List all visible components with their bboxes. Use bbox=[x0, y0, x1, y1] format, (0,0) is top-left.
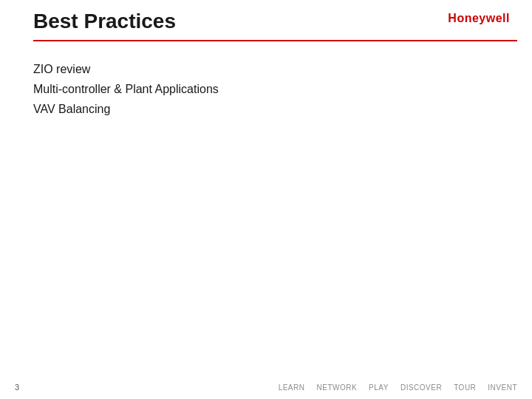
slide-title: Best Practices bbox=[33, 9, 176, 34]
bullet-item-3: VAV Balancing bbox=[33, 99, 517, 119]
nav-discover[interactable]: DISCOVER bbox=[400, 383, 442, 392]
nav-play[interactable]: PLAY bbox=[369, 383, 389, 392]
slide-container: Best Practices Honeywell ZIO review Mult… bbox=[0, 0, 532, 399]
nav-tour[interactable]: TOUR bbox=[454, 383, 476, 392]
nav-invent[interactable]: INVENT bbox=[488, 383, 517, 392]
nav-learn[interactable]: LEARN bbox=[279, 383, 305, 392]
brand-logo: Honeywell bbox=[448, 9, 517, 25]
header-area: Best Practices Honeywell bbox=[0, 0, 532, 34]
bullet-item-2: Multi-controller & Plant Applications bbox=[33, 79, 517, 99]
content-area: ZIO review Multi-controller & Plant Appl… bbox=[0, 41, 532, 120]
nav-links: LEARN NETWORK PLAY DISCOVER TOUR INVENT bbox=[279, 383, 517, 392]
slide-number: 3 bbox=[15, 383, 19, 392]
nav-network[interactable]: NETWORK bbox=[316, 383, 357, 392]
footer-area: 3 LEARN NETWORK PLAY DISCOVER TOUR INVEN… bbox=[0, 383, 532, 392]
bullet-item-1: ZIO review bbox=[33, 59, 517, 79]
